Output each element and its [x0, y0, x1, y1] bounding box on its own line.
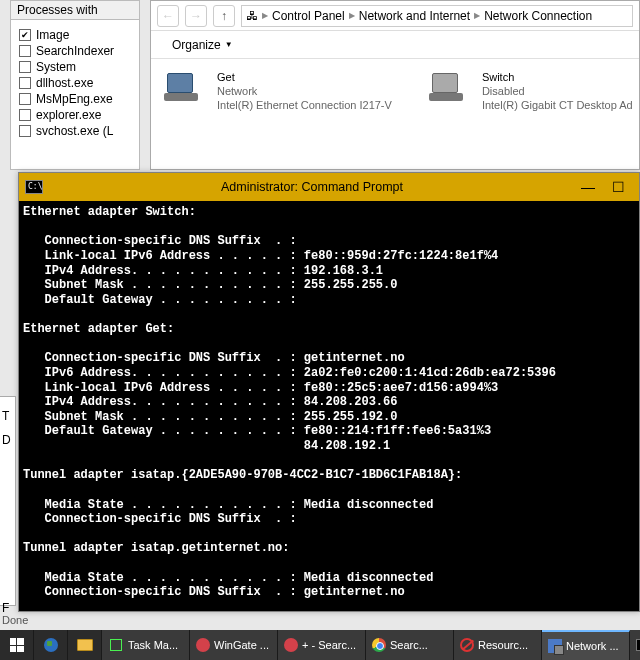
frag-letter: D: [0, 431, 15, 449]
organize-label: Organize: [172, 38, 221, 52]
nc-address-bar: ← → ↑ 🖧 ▶ Control Panel ▶ Network and In…: [151, 1, 639, 31]
taskbar-label: + - Searc...: [302, 639, 356, 651]
adapter-icon: [432, 71, 474, 109]
taskbar-label: WinGate ...: [214, 639, 269, 651]
taskbar-app[interactable]: Task Ma...: [102, 630, 190, 660]
chevron-down-icon: ▼: [225, 40, 233, 49]
taskbar-app[interactable]: Resourc...: [454, 630, 542, 660]
process-label: explorer.exe: [36, 108, 101, 122]
adapter-device: Intel(R) Gigabit CT Desktop Ad: [482, 99, 633, 113]
processes-title: Processes with: [11, 1, 139, 20]
window-controls: — ☐: [573, 179, 633, 195]
process-row[interactable]: ✔ Image: [19, 28, 131, 42]
task-manager-icon: [108, 637, 124, 653]
network-settings-icon: [548, 639, 562, 653]
command-prompt-icon: C:\: [25, 180, 43, 194]
adapter-item[interactable]: Switch Disabled Intel(R) Gigabit CT Desk…: [432, 71, 633, 157]
chevron-right-icon: ▶: [349, 11, 355, 20]
adapter-status: Disabled: [482, 85, 633, 99]
adapter-item[interactable]: Get Network Intel(R) Ethernet Connection…: [167, 71, 392, 157]
back-button[interactable]: ←: [157, 5, 179, 27]
opera-icon: [284, 638, 298, 652]
frag-letter: T: [0, 407, 15, 425]
process-row[interactable]: svchost.exe (L: [19, 124, 131, 138]
taskbar-label: Task Ma...: [128, 639, 178, 651]
process-label: Image: [36, 28, 69, 42]
breadcrumb-item[interactable]: Network Connection: [484, 9, 592, 23]
terminal-output[interactable]: Ethernet adapter Switch: Connection-spec…: [19, 201, 639, 611]
taskbar-app[interactable]: WinGate ...: [190, 630, 278, 660]
background-window-fragment: T D F: [0, 396, 16, 606]
taskbar-label: Searc...: [390, 639, 428, 651]
cmd-titlebar[interactable]: C:\ Administrator: Command Prompt — ☐: [19, 173, 639, 201]
organize-button[interactable]: Organize ▼: [163, 34, 242, 56]
windows-logo-icon: [10, 638, 24, 652]
taskbar-app[interactable]: Network ...: [542, 630, 630, 660]
checkbox-icon[interactable]: ✔: [19, 29, 31, 41]
breadcrumb-item[interactable]: Network and Internet: [359, 9, 470, 23]
start-button[interactable]: [0, 630, 34, 660]
forward-button[interactable]: →: [185, 5, 207, 27]
maximize-button[interactable]: ☐: [603, 179, 633, 195]
checkbox-icon[interactable]: [19, 125, 31, 137]
chrome-icon: [372, 638, 386, 652]
taskbar-pinned[interactable]: [68, 630, 102, 660]
adapter-status: Network: [217, 85, 392, 99]
nc-toolbar: Organize ▼: [151, 31, 639, 59]
checkbox-icon[interactable]: [19, 93, 31, 105]
opera-icon: [196, 638, 210, 652]
adapters-list: Get Network Intel(R) Ethernet Connection…: [151, 59, 639, 169]
network-icon: 🖧: [246, 9, 258, 23]
adapter-name: Switch: [482, 71, 633, 85]
adapter-details: Get Network Intel(R) Ethernet Connection…: [217, 71, 392, 157]
processes-panel: Processes with ✔ Image SearchIndexer Sys…: [10, 0, 140, 170]
checkbox-icon[interactable]: [19, 45, 31, 57]
adapter-device: Intel(R) Ethernet Connection I217-V: [217, 99, 392, 113]
taskbar-app[interactable]: Searc...: [366, 630, 454, 660]
process-label: MsMpEng.exe: [36, 92, 113, 106]
taskbar-app[interactable]: + - Searc...: [278, 630, 366, 660]
taskbar-label: Resourc...: [478, 639, 528, 651]
taskbar-app[interactable]: Netw...: [630, 630, 640, 660]
taskbar-label: Network ...: [566, 640, 619, 652]
window-title: Administrator: Command Prompt: [51, 180, 573, 194]
process-row[interactable]: MsMpEng.exe: [19, 92, 131, 106]
process-label: SearchIndexer: [36, 44, 114, 58]
network-connections-window: ← → ↑ 🖧 ▶ Control Panel ▶ Network and In…: [150, 0, 640, 170]
up-button[interactable]: ↑: [213, 5, 235, 27]
process-label: dllhost.exe: [36, 76, 93, 90]
internet-explorer-icon: [44, 638, 58, 652]
taskbar: Task Ma... WinGate ... + - Searc... Sear…: [0, 630, 640, 660]
checkbox-icon[interactable]: [19, 61, 31, 73]
adapter-icon: [167, 71, 209, 109]
process-row[interactable]: System: [19, 60, 131, 74]
process-label: System: [36, 60, 76, 74]
breadcrumb[interactable]: 🖧 ▶ Control Panel ▶ Network and Internet…: [241, 5, 633, 27]
resource-monitor-icon: [460, 638, 474, 652]
process-row[interactable]: SearchIndexer: [19, 44, 131, 58]
minimize-button[interactable]: —: [573, 179, 603, 195]
chevron-right-icon: ▶: [474, 11, 480, 20]
chevron-right-icon: ▶: [262, 11, 268, 20]
process-label: svchost.exe (L: [36, 124, 113, 138]
process-row[interactable]: dllhost.exe: [19, 76, 131, 90]
command-prompt-icon: [636, 639, 640, 651]
checkbox-icon[interactable]: [19, 109, 31, 121]
adapter-details: Switch Disabled Intel(R) Gigabit CT Desk…: [482, 71, 633, 157]
adapter-name: Get: [217, 71, 392, 85]
checkbox-icon[interactable]: [19, 77, 31, 89]
status-text: Done: [2, 614, 28, 626]
breadcrumb-item[interactable]: Control Panel: [272, 9, 345, 23]
command-prompt-window: C:\ Administrator: Command Prompt — ☐ Et…: [18, 172, 640, 612]
taskbar-pinned[interactable]: [34, 630, 68, 660]
file-explorer-icon: [77, 639, 93, 651]
processes-list: ✔ Image SearchIndexer System dllhost.exe…: [11, 20, 139, 146]
process-row[interactable]: explorer.exe: [19, 108, 131, 122]
